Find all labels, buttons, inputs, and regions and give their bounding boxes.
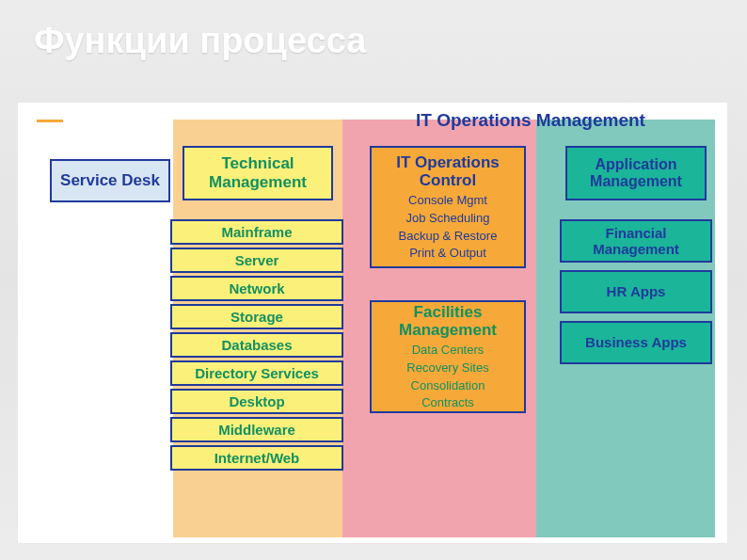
ops-sub-backup: Backup & Restore	[399, 230, 498, 244]
tech-item-middleware: Middleware	[170, 417, 343, 442]
technical-management-box: Technical Management	[183, 146, 333, 200]
app-item-hr: HR Apps	[560, 270, 712, 313]
application-management-label: Application Management	[567, 156, 705, 191]
tech-item-storage: Storage	[170, 304, 343, 329]
tech-item-internet-web: Internet/Web	[170, 445, 343, 471]
app-item-business: Business Apps	[560, 321, 712, 364]
tech-item-server: Server	[170, 248, 343, 273]
ops-sub-console: Console Mgmt	[408, 194, 487, 208]
fac-sub-datacenters: Data Centers	[412, 344, 485, 358]
service-desk-label: Service Desk	[60, 171, 160, 190]
tech-item-directory-services: Directory Services	[170, 360, 343, 386]
diagram-header: IT Operations Management	[333, 110, 728, 131]
application-management-box: Application Management	[565, 146, 707, 200]
fac-sub-consolidation: Consolidation	[411, 379, 485, 393]
fac-sub-contracts: Contracts	[421, 396, 474, 410]
ops-sub-print: Print & Output	[409, 247, 486, 261]
app-item-financial: Financial Management	[560, 219, 712, 263]
tech-item-desktop: Desktop	[170, 389, 343, 414]
service-desk-box: Service Desk	[50, 159, 170, 202]
tech-item-databases: Databases	[170, 332, 343, 358]
diagram-container: IT Operations Management Service Desk Te…	[17, 102, 728, 544]
facilities-management-box: Facilities Management Data Centers Recov…	[370, 300, 526, 413]
ops-control-title: IT Operations Control	[375, 153, 520, 190]
tech-item-network: Network	[170, 276, 343, 301]
it-operations-control-box: IT Operations Control Console Mgmt Job S…	[370, 146, 526, 268]
fac-sub-recovery: Recovery Sites	[406, 361, 488, 376]
technical-management-label: Technical Management	[184, 154, 331, 191]
ops-sub-scheduling: Job Scheduling	[406, 212, 490, 226]
accent-bar	[37, 120, 63, 122]
facilities-title: Facilities Management	[375, 303, 520, 340]
tech-item-mainframe: Mainframe	[170, 219, 343, 245]
slide-title: Функции процесса	[0, 0, 747, 61]
